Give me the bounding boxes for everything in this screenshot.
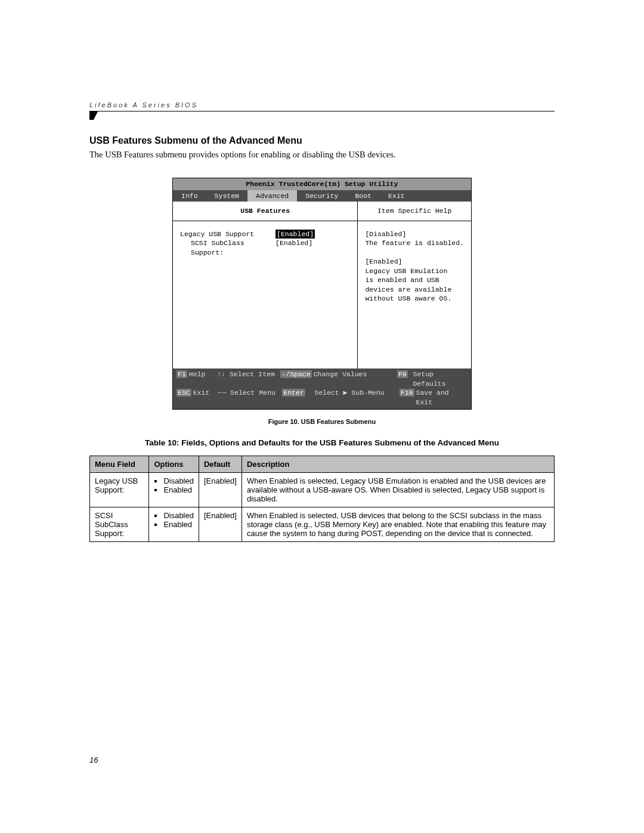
figure-caption: Figure 10. USB Features Submenu — [89, 418, 555, 425]
bios-tab-bar: InfoSystemAdvancedSecurityBootExit — [173, 190, 471, 202]
table-caption: Table 10: Fields, Options and Defaults f… — [89, 438, 555, 447]
bios-help-line: without USB aware OS. — [365, 294, 464, 304]
table-header-cell: Default — [199, 456, 242, 473]
key-f1: F1 — [177, 370, 187, 378]
header-rule — [89, 111, 555, 120]
key-updown-icon: ↑↓ — [217, 370, 225, 378]
cell-options: DisabledEnabled — [149, 473, 199, 507]
key-f9-label: Setup Defaults — [413, 370, 445, 388]
cell-description: When Enabled is selected, Legacy USB Emu… — [242, 473, 554, 507]
bios-tab-exit: Exit — [380, 190, 413, 202]
bios-setting-value: [Enabled] — [275, 239, 312, 257]
bios-setting-row: SCSI SubClass Support:[Enabled] — [180, 239, 350, 257]
bios-help-line: Legacy USB Emulation — [365, 267, 464, 276]
table-header-row: Menu FieldOptionsDefaultDescription — [90, 456, 555, 473]
table-row: SCSI SubClass Support:DisabledEnabled[En… — [90, 507, 555, 542]
bios-setting-row: Legacy USB Support[Enabled] — [180, 230, 350, 239]
table-header-cell: Description — [242, 456, 554, 473]
bios-help-line: is enabled and USB — [365, 275, 464, 285]
bios-left-heading: USB Features — [173, 202, 357, 221]
key-leftright-icon: ←→ — [218, 389, 226, 397]
bios-settings-area: Legacy USB Support[Enabled]SCSI SubClass… — [173, 221, 357, 368]
table-row: Legacy USB Support:DisabledEnabled[Enabl… — [90, 473, 555, 507]
bios-help-line: The feature is disabled. — [365, 239, 464, 248]
key-space-label: Change Values — [314, 370, 367, 378]
page-number: 16 — [89, 755, 98, 764]
key-esc-label: Exit — [193, 389, 210, 397]
bios-help-line: [Enabled] — [365, 257, 464, 267]
running-head: LifeBook A Series BIOS — [89, 101, 555, 109]
bios-left-pane: USB Features Legacy USB Support[Enabled]… — [173, 202, 358, 368]
cell-menu-field: SCSI SubClass Support: — [90, 507, 149, 542]
section-title: USB Features Submenu of the Advanced Men… — [89, 135, 555, 146]
option-item: Enabled — [163, 520, 194, 529]
document-page: LifeBook A Series BIOS USB Features Subm… — [0, 0, 644, 833]
bios-screenshot: Phoenix TrustedCore(tm) Setup Utility In… — [172, 178, 472, 410]
bios-help-heading: Item Specific Help — [358, 202, 471, 221]
bios-setting-label: SCSI SubClass Support: — [180, 239, 275, 257]
table-header-cell: Options — [149, 456, 199, 473]
bios-help-line: [Disabled] — [365, 230, 464, 239]
key-enter-label: Select ▶ Sub-Menu — [314, 389, 384, 397]
options-table: Menu FieldOptionsDefaultDescription Lega… — [89, 456, 555, 542]
bios-tab-boot: Boot — [346, 190, 380, 202]
bios-setting-value: [Enabled] — [275, 230, 315, 239]
bios-tab-system: System — [206, 190, 247, 202]
bios-help-line — [365, 248, 464, 258]
header-mark-icon — [89, 112, 98, 120]
cell-description: When Enabled is selected, USB devices th… — [242, 507, 554, 542]
bios-tab-advanced: Advanced — [247, 190, 297, 202]
key-f10-label: Save and Exit — [416, 389, 449, 406]
bios-help-area: [Disabled]The feature is disabled. [Enab… — [358, 221, 471, 368]
cell-default: [Enabled] — [199, 507, 242, 542]
bios-tab-security: Security — [297, 190, 346, 202]
key-f9: F9 — [397, 370, 408, 378]
table-header-cell: Menu Field — [90, 456, 149, 473]
bios-tab-info: Info — [173, 190, 206, 202]
key-updown-label: Select Item — [230, 370, 275, 378]
option-item: Disabled — [163, 476, 194, 485]
key-leftright-label: Select Menu — [230, 389, 275, 397]
key-enter: Enter — [282, 389, 305, 397]
key-f1-label: Help — [189, 370, 206, 378]
section-intro: The USB Features submenu provides option… — [89, 150, 555, 160]
key-esc: ESC — [177, 389, 191, 397]
cell-default: [Enabled] — [199, 473, 242, 507]
cell-options: DisabledEnabled — [149, 507, 199, 542]
bios-help-line: devices are available — [365, 285, 464, 295]
bios-key-legend: F1Help ↑↓ Select Item -/Space Change Val… — [173, 368, 471, 409]
key-f10: F10 — [400, 389, 414, 397]
key-space: -/Space — [280, 370, 311, 378]
bios-utility-title: Phoenix TrustedCore(tm) Setup Utility — [173, 178, 471, 190]
option-item: Enabled — [163, 485, 194, 494]
cell-menu-field: Legacy USB Support: — [90, 473, 149, 507]
bios-setting-label: Legacy USB Support — [180, 230, 275, 239]
option-item: Disabled — [163, 511, 194, 520]
bios-right-pane: Item Specific Help [Disabled]The feature… — [358, 202, 471, 368]
